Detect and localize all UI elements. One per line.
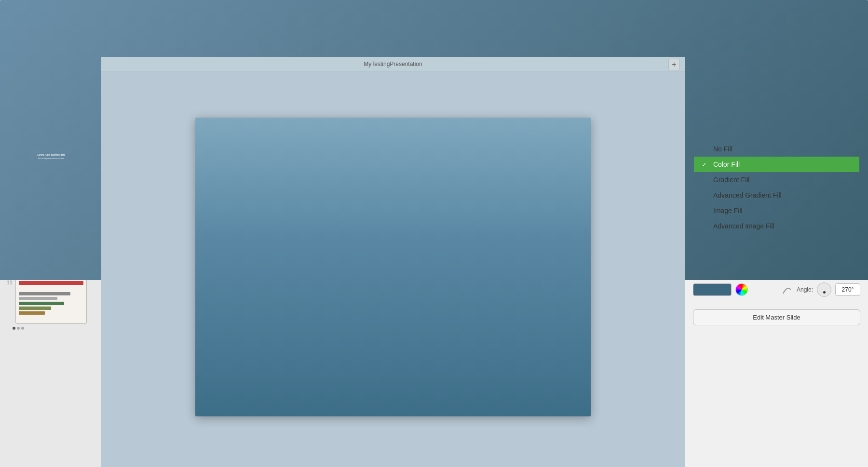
slide-number-11: 11 [4, 280, 13, 285]
canvas-area[interactable]: MyTestingPresentation + [101, 57, 685, 467]
advanced-gradient-fill-option[interactable]: ✓ Advanced Gradient Fill [694, 187, 859, 203]
angle-value: 270° [842, 286, 854, 293]
angle-value-display[interactable]: 270° [835, 283, 860, 296]
angle-dot [823, 291, 826, 294]
main-area: 7 8 Let's Add Narration! the world prese… [0, 57, 868, 467]
slide-thumbnail-8[interactable]: Let's Add Narration! the world presentat… [15, 118, 87, 164]
image-fill-option[interactable]: ✓ Image Fill [694, 203, 859, 218]
color-row-bottom: Angle: 270° [693, 282, 860, 297]
dot [13, 327, 15, 330]
image-fill-label: Image Fill [713, 207, 743, 214]
h-bar [19, 292, 70, 295]
slide-canvas[interactable] [195, 118, 591, 416]
dot [21, 327, 24, 330]
slide11-title [19, 281, 83, 285]
edit-master-label: Edit Master Slide [753, 314, 800, 321]
gradient-fill-option[interactable]: ✓ Gradient Fill [694, 172, 859, 187]
presentation-name: MyTestingPresentation [364, 61, 422, 67]
advanced-gradient-fill-label: Advanced Gradient Fill [713, 191, 782, 199]
angle-dial[interactable] [817, 282, 831, 297]
slide-panel: 7 8 Let's Add Narration! the world prese… [0, 57, 101, 467]
no-fill-label: No Fill [713, 145, 732, 153]
edit-master-slide-button[interactable]: Edit Master Slide [693, 309, 860, 325]
slide-thumbnail-11[interactable] [15, 278, 87, 324]
dot [17, 327, 20, 330]
presentation-title-bar: MyTestingPresentation [101, 57, 685, 71]
add-slide-plus-button[interactable]: + [668, 59, 680, 70]
color-wheel-button-2[interactable] [735, 283, 748, 296]
color-fill-option[interactable]: ✓ Color Fill [694, 157, 859, 172]
slide8-title: Let's Add Narration! [37, 153, 65, 156]
angle-section: Angle: 270° [797, 282, 860, 297]
h-bar [19, 302, 64, 305]
fill-type-dropdown[interactable]: ✓ No Fill ✓ Color Fill ✓ Gradient Fill ✓… [693, 140, 860, 235]
slide-11-dots [0, 327, 101, 330]
h-bar [19, 307, 51, 310]
color-fill-label: Color Fill [713, 160, 740, 168]
h-bar [19, 311, 45, 315]
list-item[interactable]: 11 [0, 276, 101, 326]
no-fill-option[interactable]: ✓ No Fill [694, 141, 859, 157]
color-swatch-dark[interactable] [693, 283, 732, 296]
check-icon: ✓ [702, 161, 709, 168]
gradient-fill-label: Gradient Fill [713, 176, 749, 184]
slide11-chart [19, 292, 83, 315]
advanced-image-fill-option[interactable]: ✓ Advanced Image Fill [694, 218, 859, 234]
list-item[interactable]: 8 Let's Add Narration! the world present… [0, 116, 101, 166]
slide8-subtitle: the world presentation solution [38, 157, 64, 160]
angle-label: Angle: [797, 286, 813, 293]
curve-icon [781, 284, 793, 295]
add-icon: + [672, 60, 676, 69]
h-bar [19, 297, 57, 300]
advanced-image-fill-label: Advanced Image Fill [713, 222, 774, 230]
